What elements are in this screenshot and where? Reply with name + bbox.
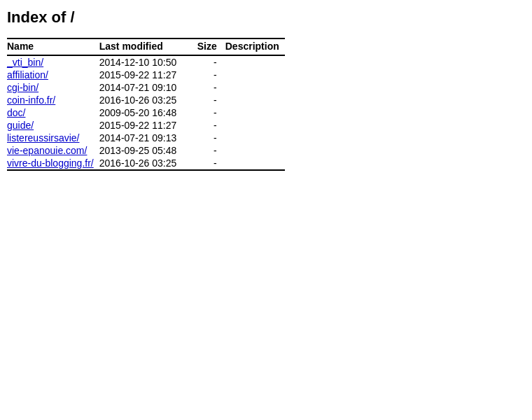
- table-row: affiliation/2015-09-22 11:27-: [7, 69, 285, 81]
- file-description: [225, 69, 285, 81]
- file-modified: 2016-10-26 03:25: [99, 157, 197, 170]
- file-link[interactable]: _vti_bin/: [7, 57, 43, 68]
- file-size: -: [197, 119, 225, 132]
- file-modified: 2014-07-21 09:13: [99, 132, 197, 144]
- col-header-name: Name: [7, 38, 99, 55]
- col-header-size: Size: [197, 38, 225, 55]
- table-row: _vti_bin/2014-12-10 10:50-: [7, 55, 285, 69]
- file-link[interactable]: doc/: [7, 107, 25, 118]
- table-row: coin-info.fr/2016-10-26 03:25-: [7, 94, 285, 106]
- file-size: -: [197, 55, 225, 69]
- file-description: [225, 94, 285, 106]
- table-row: vivre-du-blogging.fr/2016-10-26 03:25-: [7, 157, 285, 170]
- file-modified: 2014-12-10 10:50: [99, 55, 197, 69]
- file-description: [225, 119, 285, 132]
- file-modified: 2014-07-21 09:10: [99, 81, 197, 94]
- file-description: [225, 132, 285, 144]
- file-description: [225, 55, 285, 69]
- file-description: [225, 157, 285, 170]
- file-link[interactable]: vie-epanouie.com/: [7, 145, 87, 156]
- file-link[interactable]: coin-info.fr/: [7, 94, 55, 106]
- table-footer: [7, 170, 285, 185]
- col-header-description: Description: [225, 38, 285, 55]
- file-size: -: [197, 81, 225, 94]
- col-header-modified: Last modified: [99, 38, 197, 55]
- file-description: [225, 144, 285, 157]
- file-link[interactable]: vivre-du-blogging.fr/: [7, 158, 94, 169]
- file-link[interactable]: affiliation/: [7, 69, 48, 80]
- table-row: doc/2009-05-20 16:48-: [7, 106, 285, 119]
- file-modified: 2015-09-22 11:27: [99, 119, 197, 132]
- table-row: guide/2015-09-22 11:27-: [7, 119, 285, 132]
- file-link[interactable]: cgi-bin/: [7, 82, 38, 93]
- file-modified: 2016-10-26 03:25: [99, 94, 197, 106]
- file-link[interactable]: listereussirsavie/: [7, 132, 79, 144]
- file-size: -: [197, 144, 225, 157]
- table-row: listereussirsavie/2014-07-21 09:13-: [7, 132, 285, 144]
- page-title: Index of /: [7, 8, 525, 27]
- table-row: vie-epanouie.com/2013-09-25 05:48-: [7, 144, 285, 157]
- file-modified: 2015-09-22 11:27: [99, 69, 197, 81]
- file-size: -: [197, 106, 225, 119]
- file-description: [225, 81, 285, 94]
- file-link[interactable]: guide/: [7, 120, 34, 131]
- file-modified: 2009-05-20 16:48: [99, 106, 197, 119]
- file-description: [225, 106, 285, 119]
- file-size: -: [197, 69, 225, 81]
- table-row: cgi-bin/2014-07-21 09:10-: [7, 81, 285, 94]
- file-size: -: [197, 157, 225, 170]
- file-size: -: [197, 132, 225, 144]
- file-size: -: [197, 94, 225, 106]
- file-modified: 2013-09-25 05:48: [99, 144, 197, 157]
